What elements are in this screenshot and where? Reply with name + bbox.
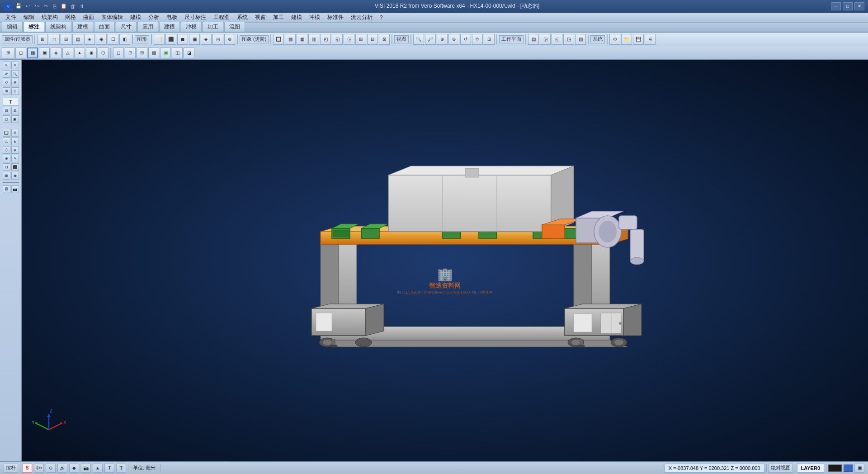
status-layer[interactable]: LAYER0	[797, 464, 824, 473]
tb-shape2[interactable]: ⬛	[165, 34, 176, 45]
menu-electrode[interactable]: 电极	[163, 13, 181, 22]
side-b15[interactable]: △	[3, 137, 10, 145]
tab-wireframe[interactable]: 线架构	[45, 22, 71, 32]
tb2-edges[interactable]: ◈	[51, 47, 61, 58]
tb-shape6[interactable]: ◎	[212, 34, 223, 45]
qa-copy-btn[interactable]: ⎘	[51, 2, 59, 10]
tb2-cube[interactable]: ⬡	[98, 47, 108, 58]
tb-prop7[interactable]: ☐	[108, 34, 118, 45]
menu-file[interactable]: 文件	[2, 13, 20, 22]
menu-dimension[interactable]: 尺寸标注	[181, 13, 210, 22]
status-icon-circle[interactable]: ⊙	[46, 464, 56, 473]
tb-img8[interactable]: ⊞	[355, 34, 366, 45]
side-zoom[interactable]: 🔍	[11, 70, 19, 78]
side-select[interactable]: ↖	[3, 62, 10, 69]
menu-modeling[interactable]: 建模	[127, 13, 145, 22]
status-icon-sound[interactable]: 🔊	[57, 464, 67, 473]
tab-annotation[interactable]: 标注	[24, 22, 44, 32]
tb-sys2[interactable]: 📁	[621, 34, 632, 45]
menu-solid-edit[interactable]: 实体编辑	[98, 13, 127, 22]
status-icon-tri[interactable]: ▲	[93, 464, 103, 473]
side-b18[interactable]: ◈	[11, 146, 19, 154]
status-icon-diamond[interactable]: ◆	[69, 464, 79, 473]
tb-view4[interactable]: ⊖	[448, 34, 459, 45]
tb-view2[interactable]: 🔎	[425, 34, 436, 45]
tb2-b2[interactable]: ⊡	[125, 47, 136, 58]
tb-view5[interactable]: ↺	[460, 34, 471, 45]
tb-wp1[interactable]: ▤	[528, 34, 539, 45]
tb-sys3[interactable]: 💾	[633, 34, 644, 45]
tb-prop3[interactable]: ⊟	[61, 34, 71, 45]
tb-img7[interactable]: ◲	[344, 34, 354, 45]
menu-help[interactable]: ?	[376, 13, 387, 22]
side-b24[interactable]: ◉	[11, 172, 19, 180]
tb-img1[interactable]: 🔲	[273, 34, 284, 45]
tb-shape3[interactable]: ◼	[177, 34, 188, 45]
menu-view[interactable]: 视窗	[251, 13, 269, 22]
tb2-view-all[interactable]: ⊞	[2, 47, 14, 58]
tb2-b4[interactable]: ▩	[148, 47, 159, 58]
menu-wireframe[interactable]: 线架构	[38, 13, 61, 22]
tb-view6[interactable]: ⟳	[472, 34, 483, 45]
status-icon-t2[interactable]: T	[116, 464, 126, 473]
status-last-icon[interactable]: ▣	[854, 464, 864, 473]
side-b10[interactable]: ⊠	[11, 107, 19, 114]
side-b23[interactable]: ▦	[3, 172, 10, 180]
tb-img2[interactable]: ▩	[285, 34, 296, 45]
side-rotate[interactable]: ↺	[3, 79, 10, 86]
tb-prop2[interactable]: ◻	[49, 34, 60, 45]
viewport[interactable]: X Y Z 🏢 智造资料网 INTELLIGENT MANUFACTURING …	[22, 60, 868, 461]
tb2-wireframe[interactable]: △	[62, 47, 73, 58]
tb2-shaded[interactable]: ▦	[27, 47, 38, 58]
tab-flowchart[interactable]: 流图	[224, 22, 245, 32]
tb-view1[interactable]: 🔍	[413, 34, 424, 45]
tb2-b5[interactable]: ▣	[160, 47, 171, 58]
menu-analysis[interactable]: 分析	[145, 13, 163, 22]
tb-view7[interactable]: ⊡	[484, 34, 495, 45]
menu-drawing[interactable]: 工程图	[210, 13, 233, 22]
tab-edit[interactable]: 编辑	[2, 22, 23, 32]
minimize-button[interactable]: ─	[831, 2, 841, 10]
qa-redo-btn[interactable]: ↪	[33, 2, 41, 10]
tb-img3[interactable]: ▦	[297, 34, 307, 45]
tb-prop8[interactable]: ◧	[119, 34, 130, 45]
menu-standard[interactable]: 标准件	[324, 13, 347, 22]
tb2-b1[interactable]: ◻	[113, 47, 124, 58]
status-icon-t1[interactable]: T	[104, 464, 114, 473]
side-pan[interactable]: ✥	[11, 79, 19, 86]
tb-shape1[interactable]: ⬜	[154, 34, 165, 45]
menu-flow[interactable]: 流云分析	[347, 13, 376, 22]
side-b14[interactable]: ⊞	[11, 129, 19, 137]
side-b22[interactable]: ⬛	[11, 163, 19, 171]
side-b19[interactable]: ⊕	[3, 155, 10, 162]
side-b13[interactable]: 🔲	[3, 129, 10, 137]
tb2-wire[interactable]: ◻	[15, 47, 26, 58]
tb2-b6[interactable]: ◫	[172, 47, 183, 58]
tb-wp2[interactable]: ◲	[540, 34, 551, 45]
tb2-solid[interactable]: ▣	[39, 47, 50, 58]
tb-img4[interactable]: ▥	[308, 34, 319, 45]
tab-machining[interactable]: 加工	[203, 22, 223, 32]
menu-machining[interactable]: 加工	[269, 13, 288, 22]
menu-edit[interactable]: 编辑	[20, 13, 38, 22]
tab-surface[interactable]: 曲面	[94, 22, 115, 32]
tab-build[interactable]: 建模	[159, 22, 180, 32]
menu-die[interactable]: 冲模	[306, 13, 324, 22]
tb-view3[interactable]: ⊕	[437, 34, 448, 45]
status-view-btn[interactable]: 绝对视图	[769, 464, 793, 473]
tb2-b7[interactable]: ◪	[184, 47, 194, 58]
tb-wp4[interactable]: ◳	[563, 34, 574, 45]
qa-cut-btn[interactable]: ✂	[42, 2, 50, 10]
tb-img9[interactable]: ⊟	[367, 34, 378, 45]
tb-sys1[interactable]: ⚙	[609, 34, 620, 45]
status-icon-cam[interactable]: 📷	[81, 464, 91, 473]
side-b26[interactable]: 📷	[11, 185, 19, 193]
qa-paste-btn[interactable]: 📋	[60, 2, 68, 10]
side-b9[interactable]: ⊡	[3, 107, 10, 114]
tb2-b3[interactable]: ⊞	[137, 47, 147, 58]
tb-shape7[interactable]: ⊕	[224, 34, 235, 45]
status-color-box2[interactable]	[844, 465, 853, 472]
qa-undo-btn[interactable]: ↩	[24, 2, 32, 10]
tab-dimension[interactable]: 尺寸	[116, 22, 137, 32]
tb-sys4[interactable]: 🖨	[645, 34, 656, 45]
